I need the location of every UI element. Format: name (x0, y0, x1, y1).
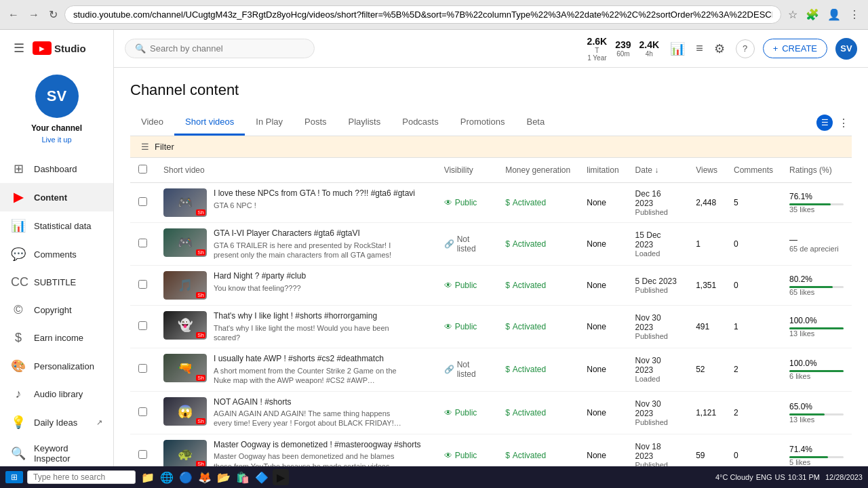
taskbar-studio-icon[interactable]: ▶ (273, 469, 289, 485)
sidebar-item-content[interactable]: ▶ Content (0, 183, 113, 211)
taskbar-app6-icon[interactable]: 🔷 (254, 469, 270, 485)
row-checkbox[interactable] (138, 239, 147, 247)
row-checkbox[interactable] (138, 197, 147, 206)
taskbar-file-icon[interactable]: 📁 (140, 469, 156, 485)
tab-inplay[interactable]: In Play (245, 110, 294, 136)
topbar-icon2[interactable]: ≡ (693, 39, 706, 58)
copyright-icon: © (11, 303, 26, 317)
sidebar-item-audio[interactable]: ♪ Audio library (0, 380, 113, 408)
sidebar-item-personalization[interactable]: 🎨 Personalization (0, 352, 113, 380)
row-checkbox-cell (130, 391, 155, 434)
sidebar-item-label-earn: Earn income (34, 333, 83, 343)
taskbar-chrome-icon[interactable]: 🌐 (159, 469, 175, 485)
video-title: Hard Night ? #party #club (214, 271, 428, 282)
extensions-button[interactable]: 🧩 (803, 5, 822, 24)
sidebar-item-comments[interactable]: 💬 Comments (0, 240, 113, 268)
bookmark-button[interactable]: ☆ (785, 5, 800, 24)
video-desc: AGAIN AGAIN AND AGAIN! The same thing ha… (214, 409, 403, 428)
create-button[interactable]: + CREATE (763, 39, 827, 58)
stats-icon: 📊 (11, 218, 26, 233)
sidebar-item-inspector[interactable]: 🔍 Keyword Inspector (0, 436, 113, 466)
taskbar-edge-icon[interactable]: 🔵 (178, 469, 194, 485)
tab-playlists[interactable]: Playlists (338, 110, 392, 136)
hamburger-button[interactable]: ☰ (11, 38, 27, 58)
row-checkbox[interactable] (138, 364, 147, 373)
rating-value: 76.1% (789, 192, 844, 201)
back-button[interactable]: ← (5, 6, 22, 24)
sidebar-logo[interactable]: ☰ Studio (0, 30, 113, 66)
tabs-bar: VideoShort videosIn PlayPostsPlaylistsPo… (130, 110, 852, 136)
taskbar-files-icon[interactable]: 📂 (216, 469, 232, 485)
money-icon: $ (505, 408, 510, 418)
header-limitation: limitation (578, 158, 627, 183)
sidebar-item-label-stats: Statistical data (34, 221, 92, 231)
forward-button[interactable]: → (26, 6, 42, 24)
sidebar-item-label-dashboard: Dashboard (34, 164, 77, 174)
tab-podcasts[interactable]: Podcasts (391, 110, 449, 136)
url-bar[interactable] (64, 5, 781, 24)
row-checkbox[interactable] (138, 450, 147, 459)
taskbar-store-icon[interactable]: 🛍️ (235, 469, 251, 485)
table-row: 🎵 Sh Hard Night ? #party #club You know … (130, 266, 852, 306)
video-desc: GTA 6 TRAILER is here and presented by R… (214, 241, 403, 260)
sidebar-item-dailyideas[interactable]: 💡 Daily Ideas ↗ (0, 408, 113, 436)
limitation-cell: None (578, 391, 627, 434)
start-button[interactable]: ⊞ (5, 471, 23, 483)
visibility-label: Public (455, 322, 477, 331)
views-cell: 59 (688, 434, 726, 466)
profile-button[interactable]: 👤 (825, 5, 844, 24)
row-checkbox-cell (130, 223, 155, 266)
rating-value: 100.0% (789, 316, 844, 325)
date-cell: Nov 30 2023 Loaded (627, 348, 688, 391)
video-desc: You know that feeling???? (214, 283, 403, 293)
search-box: 🔍 (125, 39, 315, 58)
sidebar-item-copyright[interactable]: © Copyright (0, 296, 113, 324)
money-icon: $ (505, 281, 510, 290)
thumbnail: 🔫 Sh (163, 354, 207, 382)
user-avatar[interactable]: SV (835, 38, 857, 60)
search-input[interactable] (150, 43, 299, 54)
money-label: Activated (513, 322, 546, 331)
money-cell: $ Activated (497, 434, 578, 466)
visibility-icon: 👁 (444, 281, 452, 290)
money-label: Activated (513, 365, 546, 374)
sidebar-item-label-comments: Comments (34, 249, 77, 260)
topbar-icons: 📊 ≡ ⚙ (667, 39, 728, 59)
visibility-cell: 🔗 Not listed (436, 348, 497, 391)
taskbar-search[interactable] (27, 470, 136, 484)
select-all-checkbox[interactable] (138, 165, 147, 174)
topbar-icon1[interactable]: 📊 (667, 39, 688, 59)
tab-video[interactable]: Video (130, 110, 174, 136)
topbar: 🔍 2.6K T 1 Year 239 60m 2.4K 4 (114, 30, 868, 68)
header-date[interactable]: Date ↓ (627, 158, 688, 183)
sidebar: ☰ Studio SV Your channel Live it up ⊞ Da… (0, 30, 114, 466)
ratings-cell: 100.0% 13 likes (781, 306, 852, 348)
tab-promotions[interactable]: Promotions (450, 110, 516, 136)
browser-chrome: ← → ↻ ☆ 🧩 👤 ⋮ (0, 0, 868, 30)
sidebar-item-subtitle[interactable]: CC SUBTITLE (0, 268, 113, 296)
row-checkbox[interactable] (138, 407, 147, 416)
sidebar-item-stats[interactable]: 📊 Statistical data (0, 211, 113, 240)
help-button[interactable]: ? (736, 39, 755, 58)
tab-posts[interactable]: Posts (294, 110, 338, 136)
likes-count: 13 likes (789, 329, 844, 338)
row-checkbox[interactable] (138, 321, 147, 330)
tab-shorts[interactable]: Short videos (174, 110, 245, 136)
table-row: 😱 Sh NOT AGAIN ! #shorts AGAIN AGAIN AND… (130, 391, 852, 434)
views-cell: 1,351 (688, 266, 726, 306)
sidebar-item-dashboard[interactable]: ⊞ Dashboard (0, 155, 113, 183)
topbar-settings-icon[interactable]: ⚙ (711, 39, 728, 59)
comments-icon: 💬 (11, 247, 26, 262)
sidebar-item-earn[interactable]: $ Earn income (0, 324, 113, 352)
tab-more-btn[interactable]: ⋮ (835, 114, 852, 132)
taskbar-weather: 4°C Cloudy (715, 473, 753, 481)
row-checkbox[interactable] (138, 280, 147, 289)
taskbar-firefox-icon[interactable]: 🦊 (197, 469, 213, 485)
reload-button[interactable]: ↻ (46, 5, 60, 24)
tab-menu-btn[interactable]: ☰ (816, 115, 833, 131)
channel-link[interactable]: Live it up (8, 136, 105, 144)
money-icon: $ (505, 198, 510, 207)
menu-button[interactable]: ⋮ (846, 5, 863, 24)
taskbar-date: 12/28/2023 (825, 473, 863, 481)
tab-beta[interactable]: Beta (515, 110, 555, 136)
